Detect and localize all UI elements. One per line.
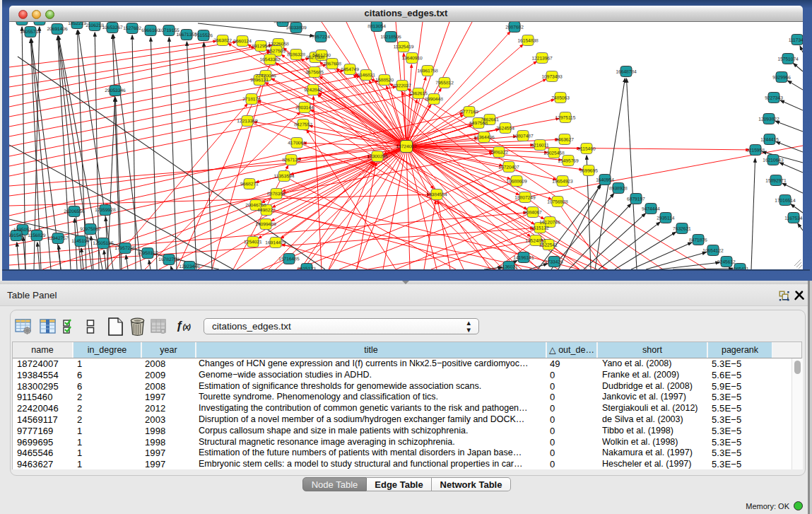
svg-text:8878354: 8878354 xyxy=(267,191,286,196)
svg-text:15495769: 15495769 xyxy=(558,158,579,163)
svg-text:2522541: 2522541 xyxy=(539,242,558,247)
svg-text:93975867: 93975867 xyxy=(80,226,101,231)
svg-text:16961758: 16961758 xyxy=(417,68,438,73)
svg-text:9329966: 9329966 xyxy=(772,75,791,80)
svg-text:4170061: 4170061 xyxy=(288,140,306,145)
svg-text:1145194: 1145194 xyxy=(71,238,90,243)
svg-text:10958107: 10958107 xyxy=(137,250,158,255)
svg-text:9463627: 9463627 xyxy=(555,136,574,141)
svg-text:7857224: 7857224 xyxy=(312,34,330,39)
svg-text:11353594: 11353594 xyxy=(274,173,295,178)
svg-text:20206556: 20206556 xyxy=(64,209,85,214)
svg-text:12213369: 12213369 xyxy=(237,118,258,123)
svg-text:391541: 391541 xyxy=(9,233,24,238)
svg-text:4498222: 4498222 xyxy=(257,207,276,212)
svg-text:17957225: 17957225 xyxy=(114,245,136,250)
svg-text:2718176: 2718176 xyxy=(242,96,261,101)
svg-text:1254021: 1254021 xyxy=(244,239,262,244)
svg-text:14055714: 14055714 xyxy=(20,29,41,34)
svg-text:7462661: 7462661 xyxy=(481,117,499,122)
svg-text:16543362: 16543362 xyxy=(259,57,281,62)
svg-text:16782759: 16782759 xyxy=(158,257,180,262)
svg-text:18300295: 18300295 xyxy=(367,153,388,158)
svg-text:1117342: 1117342 xyxy=(789,37,803,42)
svg-text:3215958: 3215958 xyxy=(746,148,765,153)
svg-text:8471876: 8471876 xyxy=(689,238,707,243)
svg-text:8186328: 8186328 xyxy=(287,52,305,57)
svg-text:8136021: 8136021 xyxy=(500,264,518,269)
svg-text:9242848: 9242848 xyxy=(304,87,322,92)
svg-text:9474444: 9474444 xyxy=(642,206,660,211)
svg-text:10973493: 10973493 xyxy=(541,74,563,78)
svg-text:1362615: 1362615 xyxy=(409,90,428,95)
svg-text:2106218: 2106218 xyxy=(86,23,104,28)
svg-text:14196141: 14196141 xyxy=(513,255,534,259)
svg-text:9245612: 9245612 xyxy=(717,259,736,264)
svg-text:10807487: 10807487 xyxy=(512,133,534,138)
svg-text:9115460: 9115460 xyxy=(577,146,596,151)
svg-text:11325419: 11325419 xyxy=(394,44,414,49)
svg-text:9699695: 9699695 xyxy=(579,168,598,173)
svg-text:16914479: 16914479 xyxy=(265,240,286,245)
svg-text:14099489: 14099489 xyxy=(255,221,276,226)
svg-text:2935114: 2935114 xyxy=(657,216,675,221)
svg-text:19384554: 19384554 xyxy=(426,192,447,197)
svg-text:1733426: 1733426 xyxy=(545,259,563,264)
svg-text:1244415: 1244415 xyxy=(760,137,779,142)
svg-text:10654122: 10654122 xyxy=(702,248,724,253)
svg-text:12093822: 12093822 xyxy=(758,117,779,122)
svg-text:9896121: 9896121 xyxy=(250,77,269,82)
svg-text:7515526: 7515526 xyxy=(194,33,213,37)
svg-text:13226058: 13226058 xyxy=(268,41,289,46)
svg-text:2087682: 2087682 xyxy=(505,24,524,29)
svg-text:12213967: 12213967 xyxy=(531,55,553,60)
svg-text:15720407: 15720407 xyxy=(498,164,519,169)
svg-text:2867608: 2867608 xyxy=(323,61,341,66)
svg-text:15751074: 15751074 xyxy=(777,57,799,62)
svg-text:3624554: 3624554 xyxy=(496,125,514,130)
svg-text:15716485: 15716485 xyxy=(278,256,300,261)
svg-text:6216011: 6216011 xyxy=(531,142,549,147)
svg-text:7955812: 7955812 xyxy=(435,80,454,85)
svg-text:9777169: 9777169 xyxy=(460,109,478,114)
svg-text:12975115: 12975115 xyxy=(555,115,576,119)
svg-text:1615132: 1615132 xyxy=(531,225,549,230)
svg-text:3675685: 3675685 xyxy=(305,69,324,74)
svg-text:10756928: 10756928 xyxy=(547,199,568,204)
svg-text:10688609: 10688609 xyxy=(506,178,527,183)
svg-text:7632621: 7632621 xyxy=(673,226,691,231)
svg-text:20046758: 20046758 xyxy=(245,202,266,207)
svg-text:15892971: 15892971 xyxy=(765,178,787,183)
svg-text:9668271: 9668271 xyxy=(240,181,259,186)
svg-text:12923446: 12923446 xyxy=(179,264,200,269)
svg-text:13640910: 13640910 xyxy=(401,55,423,60)
svg-text:6879197: 6879197 xyxy=(627,196,645,201)
svg-text:9227343: 9227343 xyxy=(765,95,783,100)
svg-text:8990448: 8990448 xyxy=(425,96,443,101)
svg-text:20691406: 20691406 xyxy=(47,26,68,31)
svg-text:12942757: 12942757 xyxy=(47,235,69,240)
svg-text:12505135: 12505135 xyxy=(93,240,114,245)
svg-text:8938928: 8938928 xyxy=(609,185,628,190)
svg-text:1435051: 1435051 xyxy=(13,227,32,232)
svg-text:18724007: 18724007 xyxy=(396,144,417,148)
svg-text:1156829: 1156829 xyxy=(28,233,46,238)
svg-text:1852219: 1852219 xyxy=(68,22,86,25)
svg-text:8813054: 8813054 xyxy=(367,23,386,28)
svg-text:7485063: 7485063 xyxy=(551,95,570,100)
svg-text:8267130: 8267130 xyxy=(282,157,300,162)
svg-text:16648784: 16648784 xyxy=(616,69,637,74)
svg-text:8322037: 8322037 xyxy=(393,83,411,88)
svg-text:16033809: 16033809 xyxy=(286,25,307,30)
svg-text:16154838: 16154838 xyxy=(517,37,539,42)
svg-text:7663822: 7663822 xyxy=(213,37,232,42)
svg-text:16120746: 16120746 xyxy=(539,219,560,224)
svg-text:2803144: 2803144 xyxy=(295,105,314,110)
svg-text:9146821: 9146821 xyxy=(357,72,375,77)
svg-text:5461230: 5461230 xyxy=(312,52,331,57)
svg-text:17359928: 17359928 xyxy=(95,207,116,212)
svg-text:9084067: 9084067 xyxy=(524,209,542,214)
svg-text:19654923: 19654923 xyxy=(552,178,573,183)
svg-text:18807249: 18807249 xyxy=(514,194,536,199)
svg-text:16210643: 16210643 xyxy=(763,158,784,163)
